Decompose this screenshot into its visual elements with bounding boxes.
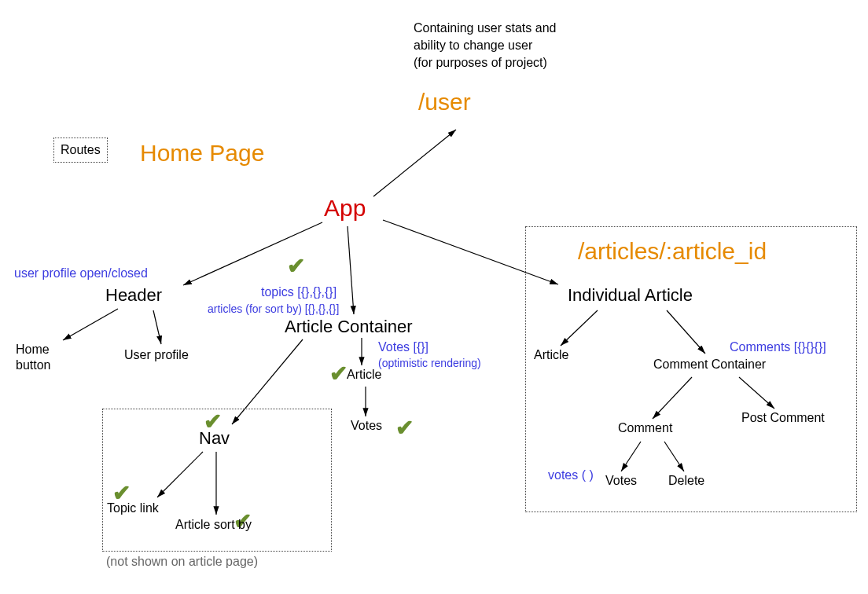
topic-link-node: Topic link xyxy=(107,501,159,515)
post-comment-node: Post Comment xyxy=(741,411,825,425)
votes-node: Votes xyxy=(351,419,382,433)
delete-node: Delete xyxy=(668,474,704,488)
home-button-2: button xyxy=(16,358,50,372)
svg-line-4 xyxy=(63,309,118,340)
app-node: App xyxy=(324,195,366,222)
user-profile-open-closed-note: user profile open/closed xyxy=(14,266,148,280)
article-sort-by-node: Article sort by xyxy=(175,518,252,532)
articles-sort-note: articles (for sort by) [{},{},{}] xyxy=(208,302,339,315)
nav-footer-note: (not shown on article page) xyxy=(106,555,258,569)
article-container-node: Article Container xyxy=(285,317,413,337)
topics-note: topics [{},{},{}] xyxy=(261,285,337,299)
user-desc-3: (for purposes of project) xyxy=(414,56,547,70)
nav-node: Nav xyxy=(199,428,230,449)
svg-line-2 xyxy=(348,226,354,314)
votes-node-2: Votes xyxy=(605,474,637,488)
check-icon: ✔ xyxy=(329,363,348,385)
article-node: Article xyxy=(347,368,381,382)
header-node: Header xyxy=(105,285,162,306)
comments-note: Comments [{}{}{}] xyxy=(730,340,826,354)
home-button-1: Home xyxy=(16,343,50,357)
user-desc-1: Containing user stats and xyxy=(414,21,556,35)
svg-line-0 xyxy=(373,130,456,196)
svg-line-5 xyxy=(153,310,161,344)
user-route: /user xyxy=(418,89,471,116)
individual-article-route: /articles/:article_id xyxy=(578,238,767,265)
comment-container-node: Comment Container xyxy=(653,358,766,372)
individual-article-node: Individual Article xyxy=(568,285,693,306)
home-page-title: Home Page xyxy=(140,140,264,167)
routes-label: Routes xyxy=(61,143,101,156)
votes-note-2: (optimistic rendering) xyxy=(378,357,481,369)
check-icon: ✔ xyxy=(395,417,414,439)
comment-node: Comment xyxy=(618,421,672,435)
article-node-2: Article xyxy=(534,348,568,362)
check-icon: ✔ xyxy=(287,255,305,277)
votes-note-1: Votes [{}] xyxy=(378,340,428,354)
votes-paren-note: votes ( ) xyxy=(548,468,594,482)
user-desc-2: ability to change user xyxy=(414,38,532,53)
user-profile-node: User profile xyxy=(124,348,189,362)
routes-legend-box: Routes xyxy=(53,138,108,163)
